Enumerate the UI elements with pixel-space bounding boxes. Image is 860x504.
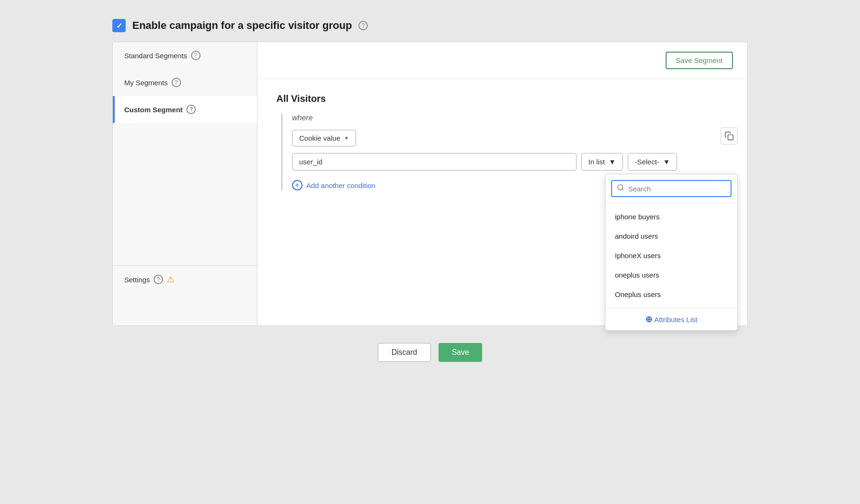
cookie-value-label: Cookie value (299, 134, 340, 142)
custom-help-icon[interactable]: ? (186, 105, 196, 114)
save-button[interactable]: Save (439, 343, 482, 362)
list-item[interactable]: oneplus users (605, 265, 737, 285)
settings-help-icon[interactable]: ? (154, 275, 163, 284)
dropdown-search-wrapper (605, 174, 737, 203)
select-dropdown[interactable]: -Select- ▼ (628, 153, 677, 171)
page-title: Enable campaign for a specific visitor g… (132, 19, 352, 32)
list-item[interactable]: iphone buyers (605, 207, 737, 226)
main-panel: Standard Segments ? My Segments ? Custom… (112, 42, 748, 326)
add-condition-plus-icon: + (292, 180, 302, 190)
sidebar-item-custom[interactable]: Custom Segment ? (113, 96, 257, 123)
svg-line-2 (622, 189, 623, 190)
search-dropdown-overlay: iphone buyers andoird users IphoneX user… (605, 174, 738, 331)
cookie-dropdown-arrow: ▼ (344, 135, 349, 141)
sidebar-item-label-standard: Standard Segments (124, 52, 187, 60)
cookie-value-dropdown[interactable]: Cookie value ▼ (292, 130, 356, 146)
in-list-arrow: ▼ (609, 158, 616, 166)
settings-warning-icon: ⚠ (167, 274, 174, 285)
dropdown-search-input[interactable] (628, 185, 726, 193)
my-help-icon[interactable]: ? (172, 78, 181, 87)
condition-row-type: Cookie value ▼ (292, 130, 728, 146)
svg-point-1 (618, 185, 623, 190)
svg-rect-0 (728, 135, 733, 140)
settings-label: Settings (124, 276, 150, 284)
where-label: where (292, 114, 728, 122)
in-list-label: In list (588, 158, 605, 166)
list-item[interactable]: Oneplus users (605, 285, 737, 304)
in-list-dropdown[interactable]: In list ▼ (581, 153, 623, 171)
sidebar-item-my[interactable]: My Segments ? (113, 69, 257, 96)
bottom-bar: Discard Save (112, 343, 748, 362)
header-row: Enable campaign for a specific visitor g… (112, 19, 748, 32)
copy-icon-button[interactable] (721, 127, 738, 144)
dropdown-search-icon (617, 184, 624, 193)
section-title: All Visitors (276, 93, 728, 104)
select-label: -Select- (635, 158, 659, 166)
sidebar-item-label-custom: Custom Segment (124, 106, 183, 114)
attributes-list-label: Attributes List (654, 315, 697, 324)
content-area: Save Segment All Visitors where Cookie v… (257, 42, 747, 325)
enable-checkbox[interactable] (112, 19, 126, 32)
cookie-value-input[interactable] (292, 153, 576, 171)
sidebar-item-label-my: My Segments (124, 79, 168, 87)
condition-row-values: In list ▼ -Select- ▼ (292, 153, 728, 171)
segment-body: All Visitors where Cookie value ▼ In lis… (257, 79, 747, 205)
standard-help-icon[interactable]: ? (191, 51, 201, 60)
select-arrow: ▼ (663, 158, 670, 166)
dropdown-search-inner (611, 180, 732, 197)
attributes-plus-icon: ⊕ (645, 314, 652, 324)
sidebar: Standard Segments ? My Segments ? Custom… (113, 42, 257, 325)
add-condition-label: Add another condition (306, 181, 375, 189)
list-item[interactable]: andoird users (605, 226, 737, 246)
attributes-list-link[interactable]: ⊕ Attributes List (645, 314, 697, 324)
outer-container: Enable campaign for a specific visitor g… (112, 19, 748, 362)
dropdown-footer: ⊕ Attributes List (605, 308, 737, 330)
dropdown-list: iphone buyers andoird users IphoneX user… (605, 203, 737, 308)
sidebar-item-standard[interactable]: Standard Segments ? (113, 42, 257, 69)
discard-button[interactable]: Discard (378, 343, 431, 362)
header-help-icon[interactable]: ? (358, 21, 368, 30)
list-item[interactable]: IphoneX users (605, 246, 737, 265)
save-segment-button[interactable]: Save Segment (666, 52, 733, 69)
content-header: Save Segment (257, 42, 747, 79)
settings-section[interactable]: Settings ? ⚠ (113, 265, 257, 293)
